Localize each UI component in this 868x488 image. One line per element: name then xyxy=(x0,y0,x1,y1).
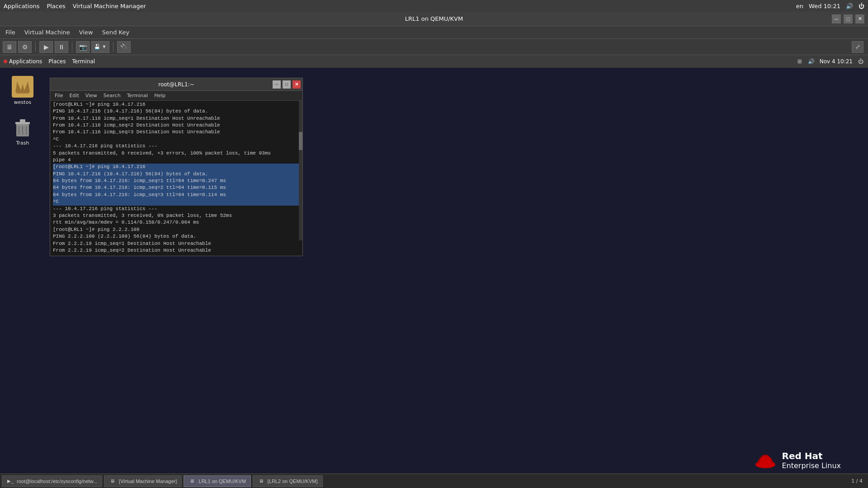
host-topbar-right: en Wed 10:21 🔊 ⏻ xyxy=(796,3,864,9)
redhat-logo: Red Hat Enterprise Linux xyxy=(754,450,841,470)
terminal-menu-terminal[interactable]: Terminal xyxy=(124,92,151,99)
terminal-line-5: From 10.4.17.116 icmp_seq=2 Destination … xyxy=(53,122,300,129)
vm-manager-menu[interactable]: Virtual Machine Manager xyxy=(73,3,146,9)
applications-menu[interactable]: Applications xyxy=(4,3,39,9)
qemu-toolbar: 🖥 ⚙ ▶ ⏸ 📷 💾 ▼ 🔌 ⤢ xyxy=(0,39,868,55)
terminal-menubar: File Edit View Search Terminal Help xyxy=(50,91,302,101)
host-task-terminal-icon: ▶_ xyxy=(7,478,14,485)
vm-network-icon[interactable]: ⊞ xyxy=(796,58,803,65)
terminal-line-11: [root@LRL1 ~]# ping 10.4.17.216 xyxy=(53,164,300,170)
terminal-menu-search[interactable]: Search xyxy=(101,92,123,99)
terminal-line-16: ^C xyxy=(53,198,300,205)
host-task-lrl2-label: [LRL2 on QEMU/KVM] xyxy=(268,479,318,484)
qemu-menu-file[interactable]: File xyxy=(2,28,19,37)
host-task-lrl1[interactable]: 🖥 LRL1 on QEMU/KVM xyxy=(184,475,251,487)
vm-desktop: Applications Places Terminal ⊞ 🔊 Nov 4 1… xyxy=(0,55,868,488)
terminal-line-2: [root@LRL1 ~]# ping 10.4.17.216 xyxy=(53,101,300,108)
westos-icon-label: westos xyxy=(14,99,31,105)
vm-datetime-display: Nov 4 10:21 xyxy=(820,58,853,65)
qemu-expand-button[interactable]: ⤢ xyxy=(852,41,863,53)
terminal-window: root@LRL1:~ ─ □ ✕ File Edit View Search … xyxy=(50,78,303,256)
qemu-menu-send-key[interactable]: Send Key xyxy=(99,28,133,37)
trash-icon-img xyxy=(12,117,33,138)
svg-rect-4 xyxy=(20,119,25,122)
svg-rect-1 xyxy=(16,92,29,94)
host-task-lrl2[interactable]: 🖥 [LRL2 on QEMU/KVM] xyxy=(253,475,323,487)
terminal-line-20: [root@LRL1 ~]# ping 2.2.2.109 xyxy=(53,226,300,233)
toolbar-usb-btn[interactable]: 🔌 xyxy=(117,41,131,53)
terminal-content[interactable]: [westos@LRL1 Desktop]$ su -Password:[roo… xyxy=(50,101,302,256)
terminal-line-19: rtt min/avg/max/mdev = 0.114/0.158/0.247… xyxy=(53,219,300,226)
terminal-line-7: ^C xyxy=(53,136,300,143)
host-task-lrl1-icon: 🖥 xyxy=(189,478,196,485)
qemu-menubar: File Virtual Machine View Send Key xyxy=(0,26,868,39)
toolbar-pause-btn[interactable]: ⏸ xyxy=(55,41,68,53)
host-task-terminal-label: root@localhost:/etc/sysconfig/netw... xyxy=(17,479,97,484)
places-menu[interactable]: Places xyxy=(47,3,65,9)
terminal-menu-file[interactable]: File xyxy=(52,92,66,99)
redhat-logo-text2: Enterprise Linux xyxy=(782,461,841,470)
terminal-scrollbar-thumb[interactable] xyxy=(299,132,302,150)
power-icon[interactable]: ⏻ xyxy=(859,3,864,9)
terminal-line-10: pipe 4 xyxy=(53,157,300,164)
qemu-menu-view[interactable]: View xyxy=(75,28,97,37)
host-topbar-left: Applications Places Virtual Machine Mana… xyxy=(4,3,146,9)
toolbar-storage-btn[interactable]: 💾 ▼ xyxy=(91,41,109,53)
trash-icon-label: Trash xyxy=(16,140,29,146)
vm-places-menu[interactable]: Places xyxy=(48,58,66,65)
datetime-display: Wed 10:21 xyxy=(809,3,840,9)
terminal-line-6: From 10.4.17.116 icmp_seq=3 Destination … xyxy=(53,129,300,136)
desktop-icon-trash[interactable]: Trash xyxy=(5,114,41,149)
desktop-icon-westos[interactable]: westos xyxy=(5,73,41,108)
westos-icon-img xyxy=(12,76,33,98)
vm-applications-menu[interactable]: Applications xyxy=(9,58,42,65)
toolbar-monitor-btn[interactable]: 🖥 xyxy=(3,41,16,53)
terminal-line-18: 3 packets transmitted, 3 received, 0% pa… xyxy=(53,212,300,219)
toolbar-play-btn[interactable]: ▶ xyxy=(39,41,53,53)
qemu-menu-virtual-machine[interactable]: Virtual Machine xyxy=(21,28,74,37)
terminal-menu-view[interactable]: View xyxy=(83,92,100,99)
host-task-vmm-icon: 🖥 xyxy=(109,478,116,485)
qemu-window: LRL1 on QEMU/KVM ─ □ ✕ File Virtual Mach… xyxy=(0,12,868,488)
terminal-line-22: From 2.2.2.19 icmp_seq=1 Destination Hos… xyxy=(53,240,300,247)
vm-power-icon[interactable]: ⏻ xyxy=(857,58,864,65)
qemu-content[interactable]: Applications Places Terminal ⊞ 🔊 Nov 4 1… xyxy=(0,55,868,488)
terminal-titlebar: root@LRL1:~ ─ □ ✕ xyxy=(50,78,302,91)
terminal-close-button[interactable]: ✕ xyxy=(292,80,301,89)
toolbar-settings-btn[interactable]: ⚙ xyxy=(18,41,32,53)
toolbar-screenshot-btn[interactable]: 📷 xyxy=(76,41,90,53)
qemu-minimize-button[interactable]: ─ xyxy=(832,14,841,23)
qemu-maximize-button[interactable]: □ xyxy=(844,14,853,23)
terminal-scrollbar[interactable] xyxy=(299,101,302,240)
terminal-menu-edit[interactable]: Edit xyxy=(66,92,81,99)
terminal-maximize-button[interactable]: □ xyxy=(283,80,291,89)
volume-icon[interactable]: 🔊 xyxy=(846,3,853,9)
terminal-controls: ─ □ ✕ xyxy=(273,80,301,89)
terminal-line-17: --- 10.4.17.216 ping statistics --- xyxy=(53,206,300,212)
terminal-menu-help[interactable]: Help xyxy=(151,92,168,99)
vm-toppanel: Applications Places Terminal ⊞ 🔊 Nov 4 1… xyxy=(0,55,868,68)
qemu-titlebar-controls: ─ □ ✕ xyxy=(832,14,864,23)
toolbar-sep2 xyxy=(72,42,72,52)
vm-terminal-menu[interactable]: Terminal xyxy=(72,58,95,65)
terminal-line-13: 64 bytes from 10.4.17.216: icmp_seq=1 tt… xyxy=(53,178,300,184)
vm-volume-icon[interactable]: 🔊 xyxy=(808,58,815,65)
host-task-vmm-label: [Virtual Machine Manager] xyxy=(119,479,177,484)
terminal-line-12: PING 10.4.17.216 (10.4.17.216) 56(84) by… xyxy=(53,171,300,178)
qemu-window-title: LRL1 on QEMU/KVM xyxy=(405,15,463,22)
terminal-line-21: PING 2.2.2.109 (2.2.2.109) 56(84) bytes … xyxy=(53,233,300,240)
terminal-line-9: 5 packets transmitted, 0 received, +3 er… xyxy=(53,150,300,157)
redhat-hat-svg xyxy=(754,451,777,470)
host-taskbar-page: 1 / 4 xyxy=(851,478,866,484)
host-task-lrl2-icon: 🖥 xyxy=(258,478,265,485)
terminal-minimize-button[interactable]: ─ xyxy=(273,80,281,89)
terminal-line-14: 64 bytes from 10.4.17.216: icmp_seq=2 tt… xyxy=(53,184,300,191)
vm-toppanel-right: ⊞ 🔊 Nov 4 10:21 ⏻ xyxy=(796,58,864,65)
qemu-close-button[interactable]: ✕ xyxy=(855,14,864,23)
terminal-line-15: 64 bytes from 10.4.17.216: icmp_seq=3 tt… xyxy=(53,192,300,198)
lang-indicator: en xyxy=(796,3,803,9)
host-task-vm-manager[interactable]: 🖥 [Virtual Machine Manager] xyxy=(104,475,182,487)
toolbar-sep3 xyxy=(113,42,113,52)
terminal-line-23: From 2.2.2.19 icmp_seq=2 Destination Hos… xyxy=(53,247,300,254)
host-task-terminal[interactable]: ▶_ root@localhost:/etc/sysconfig/netw... xyxy=(2,475,102,487)
